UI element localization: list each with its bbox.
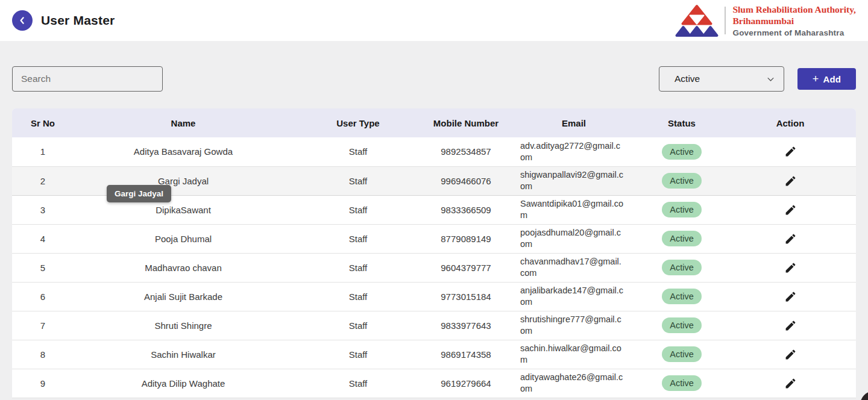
cell-status: Active [639, 224, 725, 253]
pencil-edit-icon [784, 290, 797, 303]
org-name-line2: Brihanmumbai [732, 15, 856, 27]
cell-action [725, 282, 856, 311]
status-badge: Active [662, 173, 702, 189]
status-badge: Active [662, 346, 702, 362]
column-header-mobile: Mobile Number [423, 108, 509, 137]
status-badge: Active [662, 202, 702, 217]
search-input[interactable] [12, 66, 163, 92]
cell-name: Madhavrao chavan [74, 253, 293, 282]
pencil-edit-icon [784, 319, 797, 332]
back-button[interactable] [12, 10, 33, 31]
edit-button[interactable] [782, 346, 799, 363]
app-header: User Master Slum Rehabilitation Authorit… [0, 0, 868, 41]
page-title: User Master [41, 13, 115, 28]
column-header-sr-no: Sr No [12, 108, 74, 137]
status-badge: Active [662, 375, 702, 391]
cell-user-type: Staff [293, 137, 423, 166]
cell-mobile: 9969466076 [423, 166, 509, 195]
cell-mobile: 9833366509 [423, 195, 509, 224]
pencil-edit-icon [784, 145, 797, 158]
cell-user-type: Staff [293, 311, 423, 340]
org-logo: Slum Rehabilitation Authority, Brihanmum… [675, 4, 856, 38]
table-row: 1Aditya Basavaraj GowdaStaff9892534857ad… [12, 137, 856, 166]
table-row: 8Sachin HiwalkarStaff9869174358sachin.hi… [12, 340, 856, 369]
cell-status: Active [639, 195, 725, 224]
cell-email: poojasdhumal20@gmail.com [509, 224, 639, 253]
pencil-edit-icon [784, 204, 797, 216]
cell-action [725, 137, 856, 166]
edit-button[interactable] [782, 375, 799, 392]
name-tooltip: Gargi Jadyal [107, 185, 171, 202]
cell-sr-no: 5 [12, 253, 74, 282]
cell-name: Sachin Hiwalkar [74, 340, 293, 369]
table-row: 9Aditya Dilip WaghateStaff9619279664adit… [12, 369, 856, 398]
table-row: 4Pooja DhumalStaff8779089149poojasdhumal… [12, 224, 856, 253]
cell-user-type: Staff [293, 282, 423, 311]
edit-button[interactable] [782, 317, 799, 334]
org-subtitle: Government of Maharashtra [732, 28, 856, 37]
users-table: Sr No Name User Type Mobile Number Email… [12, 108, 856, 398]
users-table-card: Sr No Name User Type Mobile Number Email… [12, 108, 856, 398]
sra-triangles-logo-icon [675, 4, 719, 38]
cell-user-type: Staff [293, 224, 423, 253]
status-filter-value: Active [675, 73, 700, 84]
cell-name: Aditya Dilip Waghate [74, 369, 293, 398]
status-badge: Active [662, 144, 702, 160]
cell-user-type: Staff [293, 340, 423, 369]
cell-sr-no: 8 [12, 340, 74, 369]
cell-status: Active [639, 166, 725, 195]
status-badge: Active [662, 289, 702, 304]
edit-button[interactable] [782, 259, 799, 276]
chevron-down-icon [766, 75, 775, 84]
cell-mobile: 9773015184 [423, 282, 509, 311]
status-badge: Active [662, 260, 702, 275]
cell-email: shrutishingre777@gmail.com [509, 311, 639, 340]
cell-action [725, 166, 856, 195]
cell-email: chavanmadhav17@gmail.com [509, 253, 639, 282]
cell-user-type: Staff [293, 369, 423, 398]
status-badge: Active [662, 231, 702, 246]
cell-email: adv.adityag2772@gmail.com [509, 137, 639, 166]
cell-sr-no: 4 [12, 224, 74, 253]
edit-button[interactable] [782, 288, 799, 305]
cell-user-type: Staff [293, 166, 423, 195]
cell-action [725, 340, 856, 369]
cell-name: Shruti Shingre [74, 311, 293, 340]
pencil-edit-icon [784, 348, 797, 361]
cell-email: anjalibarkade147@gmail.com [509, 282, 639, 311]
column-header-user-type: User Type [293, 108, 423, 137]
cell-action [725, 253, 856, 282]
cell-action [725, 311, 856, 340]
cell-email: sachin.hiwalkar@gmail.com [509, 340, 639, 369]
cell-sr-no: 7 [12, 311, 74, 340]
cell-mobile: 9833977643 [423, 311, 509, 340]
floating-button-partial[interactable] [860, 391, 868, 400]
edit-button[interactable] [782, 201, 799, 218]
add-button[interactable]: + Add [797, 68, 856, 90]
cell-status: Active [639, 253, 725, 282]
cell-email: Sawantdipika01@gmail.com [509, 195, 639, 224]
cell-name: Pooja Dhumal [74, 224, 293, 253]
cell-mobile: 9869174358 [423, 340, 509, 369]
column-header-status: Status [639, 108, 725, 137]
table-row: 7Shruti ShingreStaff9833977643shrutishin… [12, 311, 856, 340]
toolbar: Active + Add [0, 41, 868, 92]
logo-divider [725, 7, 726, 34]
cell-user-type: Staff [293, 253, 423, 282]
users-table-body: 1Aditya Basavaraj GowdaStaff9892534857ad… [12, 137, 856, 398]
edit-button[interactable] [782, 172, 799, 189]
add-button-label: Add [823, 74, 841, 84]
cell-mobile: 9892534857 [423, 137, 509, 166]
pencil-edit-icon [784, 175, 797, 187]
pencil-edit-icon [784, 261, 797, 274]
org-name-line1: Slum Rehabilitation Authority, [732, 4, 856, 15]
status-badge: Active [662, 317, 702, 333]
cell-sr-no: 9 [12, 369, 74, 398]
cell-name: Aditya Basavaraj Gowda [74, 137, 293, 166]
cell-email: shigwanpallavi92@gmail.com [509, 166, 639, 195]
edit-button[interactable] [782, 230, 799, 247]
pencil-edit-icon [784, 377, 797, 390]
edit-button[interactable] [782, 143, 799, 160]
cell-mobile: 9604379777 [423, 253, 509, 282]
status-filter-select[interactable]: Active [659, 66, 784, 92]
